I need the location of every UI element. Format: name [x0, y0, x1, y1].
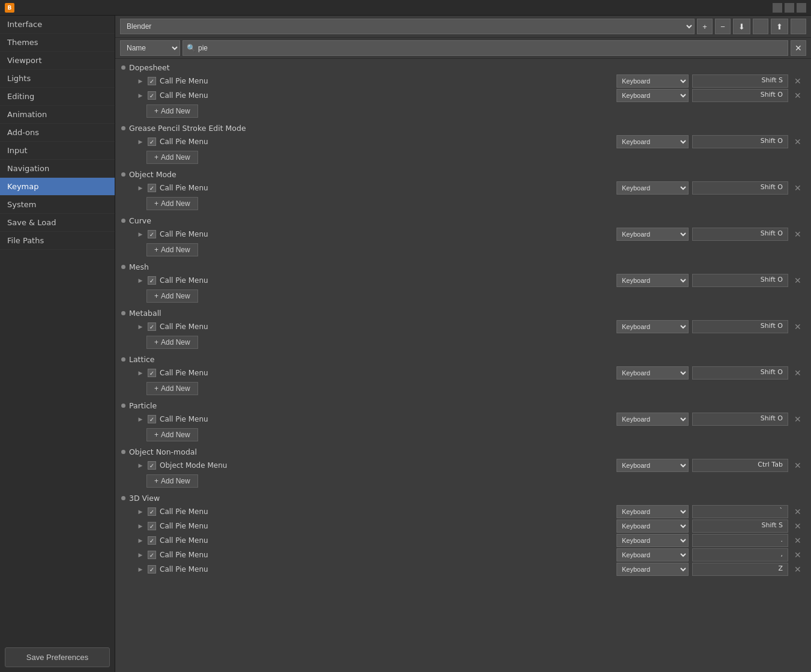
expand-arrow[interactable]: ▶: [137, 369, 144, 377]
entry-type-select[interactable]: Keyboard Mouse NDOF Tablet Timer: [617, 135, 689, 148]
add-new-button[interactable]: +Add New: [146, 474, 198, 488]
entry-remove-button[interactable]: ✕: [792, 563, 804, 575]
add-new-button[interactable]: +Add New: [146, 243, 198, 256]
entry-checkbox[interactable]: [148, 230, 156, 238]
entry-key[interactable]: Ctrl Tab: [692, 459, 788, 472]
entry-key[interactable]: Shift O: [692, 228, 788, 241]
sidebar-item-system[interactable]: System: [0, 196, 115, 214]
sidebar-item-themes[interactable]: Themes: [0, 34, 115, 52]
entry-type-select[interactable]: Keyboard Mouse NDOF Tablet Timer: [617, 274, 689, 287]
save-preferences-button[interactable]: Save Preferences: [5, 647, 110, 667]
entry-key[interactable]: Shift O: [692, 89, 788, 102]
export-button[interactable]: [791, 19, 806, 34]
entry-remove-button[interactable]: ✕: [792, 89, 804, 101]
entry-key[interactable]: Shift S: [692, 519, 788, 533]
entry-remove-button[interactable]: ✕: [792, 520, 804, 532]
expand-arrow[interactable]: ▶: [137, 92, 144, 99]
entry-checkbox[interactable]: [148, 551, 156, 559]
download-keymap-button[interactable]: ⬇: [733, 19, 750, 34]
maximize-button[interactable]: [785, 3, 794, 13]
expand-arrow[interactable]: ▶: [137, 77, 144, 85]
entry-remove-button[interactable]: ✕: [792, 459, 804, 471]
upload-keymap-button[interactable]: ⬆: [771, 19, 788, 34]
expand-arrow[interactable]: ▶: [137, 508, 144, 515]
add-new-button[interactable]: +Add New: [146, 336, 198, 349]
entry-key[interactable]: Shift S: [692, 74, 788, 88]
close-button[interactable]: [797, 3, 806, 13]
entry-remove-button[interactable]: ✕: [792, 549, 804, 561]
entry-type-select[interactable]: Keyboard Mouse NDOF Tablet Timer: [617, 534, 689, 547]
entry-checkbox[interactable]: [148, 322, 156, 331]
filter-type-select[interactable]: Name Key: [120, 40, 180, 56]
expand-arrow[interactable]: ▶: [137, 277, 144, 284]
entry-remove-button[interactable]: ✕: [792, 367, 804, 379]
entry-checkbox[interactable]: [148, 276, 156, 285]
entry-checkbox[interactable]: [148, 415, 156, 423]
entry-key[interactable]: `: [692, 505, 788, 518]
entry-type-select[interactable]: Keyboard Mouse NDOF Tablet Timer: [617, 459, 689, 472]
entry-remove-button[interactable]: ✕: [792, 274, 804, 286]
sidebar-item-navigation[interactable]: Navigation: [0, 160, 115, 178]
entry-key[interactable]: Shift O: [692, 413, 788, 426]
entry-checkbox[interactable]: [148, 507, 156, 516]
entry-key[interactable]: Z: [692, 563, 788, 576]
minimize-button[interactable]: [773, 3, 782, 13]
expand-arrow[interactable]: ▶: [137, 537, 144, 544]
sidebar-item-viewport[interactable]: Viewport: [0, 52, 115, 70]
entry-type-select[interactable]: Keyboard Mouse NDOF Tablet Timer: [617, 320, 689, 333]
expand-arrow[interactable]: ▶: [137, 138, 144, 145]
expand-arrow[interactable]: ▶: [137, 323, 144, 330]
entry-type-select[interactable]: Keyboard Mouse NDOF Tablet Timer: [617, 89, 689, 102]
expand-arrow[interactable]: ▶: [137, 184, 144, 192]
entry-type-select[interactable]: Keyboard Mouse NDOF Tablet Timer: [617, 548, 689, 562]
sidebar-item-filepaths[interactable]: File Paths: [0, 232, 115, 250]
entry-remove-button[interactable]: ✕: [792, 534, 804, 546]
sidebar-item-saveload[interactable]: Save & Load: [0, 214, 115, 232]
expand-arrow[interactable]: ▶: [137, 231, 144, 238]
entry-key[interactable]: Shift O: [692, 320, 788, 333]
entry-type-select[interactable]: Keyboard Mouse NDOF Tablet Timer: [617, 74, 689, 88]
entry-key[interactable]: Shift O: [692, 181, 788, 195]
entry-remove-button[interactable]: ✕: [792, 136, 804, 148]
entry-type-select[interactable]: Keyboard Mouse NDOF Tablet Timer: [617, 563, 689, 576]
entry-type-select[interactable]: Keyboard Mouse NDOF Tablet Timer: [617, 505, 689, 518]
entry-checkbox[interactable]: [148, 91, 156, 100]
entry-remove-button[interactable]: ✕: [792, 506, 804, 518]
expand-arrow[interactable]: ▶: [137, 551, 144, 558]
add-new-button[interactable]: +Add New: [146, 428, 198, 441]
sidebar-item-animation[interactable]: Animation: [0, 106, 115, 124]
entry-checkbox[interactable]: [148, 536, 156, 545]
entry-key[interactable]: Shift O: [692, 274, 788, 287]
entry-type-select[interactable]: Keyboard Mouse NDOF Tablet Timer: [617, 366, 689, 380]
entry-checkbox[interactable]: [148, 77, 156, 85]
entry-checkbox[interactable]: [148, 522, 156, 530]
entry-type-select[interactable]: Keyboard Mouse NDOF Tablet Timer: [617, 181, 689, 195]
entry-checkbox[interactable]: [148, 138, 156, 146]
entry-remove-button[interactable]: ✕: [792, 228, 804, 240]
add-new-button[interactable]: +Add New: [146, 151, 198, 164]
expand-arrow[interactable]: ▶: [137, 462, 144, 469]
add-new-button[interactable]: +Add New: [146, 197, 198, 210]
entry-key[interactable]: Shift O: [692, 135, 788, 148]
remove-keymap-button[interactable]: −: [715, 19, 731, 34]
search-input[interactable]: [198, 44, 784, 52]
expand-arrow[interactable]: ▶: [137, 416, 144, 423]
sidebar-item-interface[interactable]: Interface: [0, 16, 115, 34]
clear-search-button[interactable]: ✕: [791, 40, 806, 56]
add-keymap-button[interactable]: +: [697, 19, 713, 34]
sidebar-item-addons[interactable]: Add-ons: [0, 124, 115, 142]
sidebar-item-lights[interactable]: Lights: [0, 70, 115, 88]
entry-key[interactable]: Shift O: [692, 366, 788, 380]
add-new-button[interactable]: +Add New: [146, 382, 198, 395]
sidebar-item-input[interactable]: Input: [0, 142, 115, 160]
entry-remove-button[interactable]: ✕: [792, 75, 804, 87]
entry-type-select[interactable]: Keyboard Mouse NDOF Tablet Timer: [617, 413, 689, 426]
add-new-button[interactable]: +Add New: [146, 289, 198, 303]
entry-key[interactable]: ,: [692, 548, 788, 562]
sidebar-item-editing[interactable]: Editing: [0, 88, 115, 106]
entry-remove-button[interactable]: ✕: [792, 413, 804, 425]
keymap-preset-select[interactable]: Blender: [120, 19, 695, 34]
entry-type-select[interactable]: Keyboard Mouse NDOF Tablet Timer: [617, 519, 689, 533]
entry-type-select[interactable]: Keyboard Mouse NDOF Tablet Timer: [617, 228, 689, 241]
expand-arrow[interactable]: ▶: [137, 566, 144, 573]
